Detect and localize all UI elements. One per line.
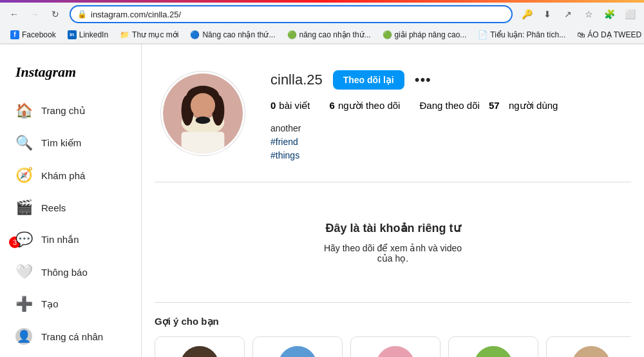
sidebar-item-search[interactable]: 🔍 Tìm kiếm: [8, 128, 133, 158]
suggestions-list: _diiepanh Diễn Anh hngcuong_ ơi/ông _lin…: [155, 336, 631, 357]
following-suffix: người dùng: [509, 100, 558, 111]
private-sub-line1: Hãy theo dõi để xem ảnh và video: [324, 243, 462, 253]
messages-badge: 3: [9, 236, 21, 248]
bookmark-label: nâng cao nhận thứ...: [299, 30, 371, 39]
suggestion-card-2[interactable]: hngcuong_ ơi/ông: [252, 336, 343, 357]
suggestion-avatar-4: [474, 346, 513, 357]
more-options-button[interactable]: •••: [415, 72, 431, 88]
bookmark-link-1[interactable]: 🔵 Nâng cao nhận thứ...: [185, 29, 280, 41]
sidebar-item-more[interactable]: ☰ Xem thêm: [8, 354, 133, 357]
sidebar-item-messages-label: Tin nhắn: [41, 234, 79, 246]
app-container: Instagram 🏠 Trang chủ 🔍 Tìm kiếm 🧭 Khám …: [0, 44, 644, 357]
sidebar-profile-avatar: 👤: [15, 328, 32, 345]
bookmark-label: Tiểu luận: Phân tích...: [490, 30, 565, 39]
following-count: 57: [489, 100, 500, 111]
sidebar-item-search-label: Tìm kiếm: [41, 137, 81, 149]
bookmark-folder[interactable]: 📁 Thư mục mới: [115, 29, 184, 41]
profile-stats: 0 bài viết 6 người theo dõi Đang theo dõ…: [270, 100, 631, 111]
suggestion-avatar-2: [278, 346, 317, 357]
instagram-logo: Instagram: [8, 57, 133, 93]
stat-posts: 0 bài viết: [270, 100, 310, 111]
sidebar-item-profile-label: Trang cá nhân: [41, 331, 103, 342]
bookmark-icon-4: 📄: [478, 30, 488, 39]
bio-line3[interactable]: #things: [270, 149, 631, 162]
profile-header: cinlla.25 Theo dõi lại •••: [270, 70, 631, 90]
bookmark-link-2[interactable]: 🟢 nâng cao nhận thứ...: [282, 29, 376, 41]
bookmark-linkedin[interactable]: in LinkedIn: [62, 29, 113, 41]
sidebar-item-messages[interactable]: 💬 3 Tin nhắn: [8, 225, 133, 255]
extensions-icon-button[interactable]: 🧩: [600, 5, 618, 23]
suggestion-card-4[interactable]: ciuu.bae Huyền Cíu: [448, 336, 538, 357]
browser-chrome: ← → ↻ 🔒 🔑 ⬇ ↗ ☆ 🧩 ⬜ f Facebook in Linked…: [0, 3, 644, 44]
bookmark-icon-2: 🟢: [287, 30, 297, 39]
sidebar-item-create-label: Tạo: [41, 298, 59, 310]
suggestion-card-5[interactable]: lingdeii Khánh Linh: [546, 336, 631, 357]
url-input[interactable]: [91, 10, 505, 19]
profile-username: cinlla.25: [270, 72, 323, 88]
private-account-subtitle: Hãy theo dõi để xem ảnh và video của họ.: [324, 243, 462, 264]
suggestion-avatar-3: [376, 346, 415, 357]
sidebar-item-notifications[interactable]: 🤍 Thông báo: [8, 257, 133, 287]
address-bar[interactable]: 🔒: [70, 5, 513, 23]
explore-icon: 🧭: [15, 167, 32, 184]
sidebar-item-home[interactable]: 🏠 Trang chủ: [8, 96, 133, 126]
bookmark-label: ÁO DẠ TWEED CO...: [587, 30, 644, 39]
reload-button[interactable]: ↻: [46, 5, 64, 23]
bookmark-label: Thư mục mới: [132, 30, 178, 39]
bio-line2[interactable]: #friend: [270, 135, 631, 149]
bookmark-icon-1: 🔵: [190, 30, 200, 39]
posts-count: 0: [270, 100, 276, 111]
stat-followers: 6 người theo dõi: [330, 100, 401, 111]
svg-point-6: [191, 93, 215, 117]
profile-info: cinlla.25 Theo dõi lại ••• 0 bài viết 6 …: [270, 64, 631, 162]
followers-count: 6: [330, 100, 335, 111]
sidebar-item-reels[interactable]: 🎬 Reels: [8, 193, 133, 222]
folder-icon: 📁: [120, 30, 129, 39]
browser-action-buttons: 🔑 ⬇ ↗ ☆ 🧩 ⬜: [518, 5, 639, 23]
sidebar-item-home-label: Trang chủ: [41, 105, 86, 117]
suggestion-card-1[interactable]: _diiepanh Diễn Anh: [155, 336, 245, 357]
private-sub-line2: của họ.: [377, 253, 408, 264]
private-account-section: Đây là tài khoản riêng tư Hãy theo dõi đ…: [155, 182, 631, 303]
home-icon: 🏠: [15, 102, 32, 119]
back-button[interactable]: ←: [5, 5, 23, 23]
suggestions-title: Gợi ý cho bạn: [155, 316, 631, 327]
sidebar-item-create[interactable]: ➕ Tạo: [8, 289, 133, 319]
bookmark-label: LinkedIn: [79, 30, 108, 39]
linkedin-icon: in: [68, 30, 77, 39]
profile-section: cinlla.25 Theo dõi lại ••• 0 bài viết 6 …: [155, 64, 631, 182]
sidebar-item-reels-label: Reels: [41, 202, 66, 213]
sidebar-item-explore[interactable]: 🧭 Khám phá: [8, 160, 133, 190]
window-icon-button[interactable]: ⬜: [621, 5, 639, 23]
share-icon-button[interactable]: ↗: [559, 5, 577, 23]
forward-button[interactable]: →: [26, 5, 44, 23]
suggestion-card-3[interactable]: _linhhlingg96_ Linh Linga: [350, 336, 440, 357]
sidebar-item-profile[interactable]: 👤 Trang cá nhân: [8, 322, 133, 351]
svg-point-7: [196, 116, 211, 123]
profile-bio: another #friend #things: [270, 122, 631, 162]
posts-label: bài viết: [279, 100, 310, 111]
sidebar-item-explore-label: Khám phá: [41, 170, 85, 181]
bio-line1: another: [270, 122, 631, 135]
bookmark-link-3[interactable]: 🟢 giải pháp nâng cao...: [377, 29, 472, 41]
bookmark-link-4[interactable]: 📄 Tiểu luận: Phân tích...: [473, 29, 571, 41]
star-icon-button[interactable]: ☆: [580, 5, 598, 23]
sidebar: Instagram 🏠 Trang chủ 🔍 Tìm kiếm 🧭 Khám …: [0, 44, 142, 357]
followers-label: người theo dõi: [338, 100, 401, 111]
following-prefix: Đang theo dõi: [419, 100, 479, 111]
bookmark-facebook[interactable]: f Facebook: [5, 29, 61, 41]
private-account-title: Đây là tài khoản riêng tư: [325, 221, 460, 235]
suggestion-avatar-5: [572, 346, 611, 357]
messages-icon: 💬 3: [15, 231, 32, 248]
browser-toolbar: ← → ↻ 🔒 🔑 ⬇ ↗ ☆ 🧩 ⬜: [0, 3, 644, 26]
sidebar-item-notifications-label: Thông báo: [41, 267, 88, 278]
key-icon-button[interactable]: 🔑: [518, 5, 536, 23]
bookmark-link-5[interactable]: 🛍 ÁO DẠ TWEED CO...: [572, 29, 644, 41]
download-icon-button[interactable]: ⬇: [538, 5, 556, 23]
profile-avatar: [161, 72, 245, 155]
follow-button[interactable]: Theo dõi lại: [333, 70, 404, 90]
facebook-icon: f: [10, 30, 19, 39]
create-icon: ➕: [15, 296, 32, 313]
bookmark-label: giải pháp nâng cao...: [395, 30, 467, 39]
suggestions-section: Gợi ý cho bạn _diiepanh Diễn Anh hngcuon…: [155, 303, 631, 357]
